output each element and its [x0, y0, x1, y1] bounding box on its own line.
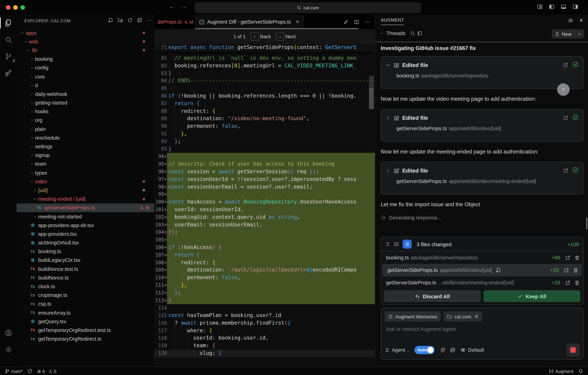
tree-item-reschedule[interactable]: ›reschedule [17, 133, 154, 142]
tree-item-web[interactable]: ›web [17, 37, 154, 46]
collapse-panel-icon[interactable] [385, 242, 390, 246]
context-chip-augment-memories[interactable]: Augment Memories [385, 311, 441, 321]
split-editor-icon[interactable] [354, 19, 359, 24]
activitybar-search[interactable] [0, 31, 17, 48]
tree-item-gettemporaryorgredirect-ts[interactable]: TSgetTemporaryOrgRedirect.ts [17, 334, 154, 343]
threads-dropdown[interactable]: › Threads [379, 30, 422, 36]
refresh-icon[interactable] [127, 18, 133, 23]
tree-item-lib[interactable]: ›lib [17, 46, 154, 55]
mention-icon[interactable]: @ [450, 347, 456, 353]
agent-mode-selector[interactable]: Agent ⌄ [392, 347, 410, 353]
new-file-icon[interactable] [108, 18, 113, 23]
collapse-all-icon[interactable] [137, 18, 142, 23]
tree-item-team[interactable]: ›team [17, 160, 154, 168]
traffic-minimize-button[interactable] [13, 5, 18, 10]
tree-item-buildlegacyctx-tsx[interactable]: buildLegacyCtx.tsx [17, 256, 154, 265]
activitybar-explorer[interactable] [0, 15, 17, 31]
thread-list-icon[interactable] [417, 31, 422, 36]
context-chip-cal-com[interactable]: cal.com✕ [444, 311, 482, 321]
tree-item-ensurearray-ts[interactable]: TSensureArray.ts [17, 308, 154, 317]
edited-file-card[interactable]: Edited file getServerSideProps.tsapps/we… [381, 162, 584, 194]
more-icon[interactable] [147, 18, 152, 23]
tree-item-buildnonce-test-ts[interactable]: TSbuildNonce.test.ts [17, 265, 154, 273]
agent-input-box[interactable]: Augment Memories cal.com✕ Ask or instruc… [381, 308, 584, 360]
traffic-close-button[interactable] [6, 5, 10, 10]
chip-close-icon[interactable]: ✕ [474, 313, 479, 320]
attachment-icon[interactable] [440, 347, 445, 353]
sync-indicator[interactable] [28, 369, 32, 374]
stop-button[interactable] [567, 343, 580, 357]
tree-item-plain[interactable]: ›plain [17, 125, 154, 133]
tree-item-gettemporaryorgredirect-test-ts[interactable]: TSgetTemporaryOrgRedirect.test.ts [17, 326, 154, 334]
toggle-primary-sidebar-icon[interactable] [549, 4, 555, 11]
tree-item-app-providers-app-dir-tsx[interactable]: app-providers-app-dir.tsx [17, 221, 154, 229]
tree-item-meeting-not-started[interactable]: ›meeting-not-started [17, 212, 154, 221]
tree-item-d[interactable]: ›d [17, 81, 154, 90]
editor-scrollbar[interactable] [369, 76, 374, 89]
tree-item-settings[interactable]: ›settings [17, 142, 154, 151]
edited-file-card[interactable]: Edited file getServerSideProps.tsapps/we… [381, 109, 584, 142]
traffic-maximize-button[interactable] [21, 5, 25, 10]
back-arrow-icon[interactable]: ← [169, 3, 175, 10]
tree-item-app-providers-tsx[interactable]: app-providers.tsx [17, 230, 154, 238]
tree-item-org[interactable]: ›org [17, 116, 154, 125]
changed-file-row[interactable]: booking.tspackages/lib/server/repository… [381, 251, 583, 264]
tree-item-buildnonce-ts[interactable]: TSbuildNonce.ts [17, 273, 154, 282]
tree-item-daily-webhook[interactable]: ›daily-webhook [17, 90, 154, 98]
code-editor[interactable]: 71export async function getServerSidePro… [154, 44, 375, 367]
menu-icon[interactable] [568, 17, 574, 24]
problems-indicator[interactable]: ⊗ 6 ⚠ 0 [37, 369, 56, 374]
panel-close-icon[interactable]: ✕ [579, 17, 584, 24]
tab-getserversideprops[interactable]: deProps.ts 4, M [154, 15, 197, 29]
pencil-icon[interactable] [343, 19, 348, 24]
activitybar-settings[interactable] [0, 341, 17, 358]
tree-item--uid-[interactable]: ›[uid] [17, 186, 154, 195]
activitybar-source-control[interactable]: 3 [0, 48, 17, 64]
forward-arrow-icon[interactable]: → [181, 3, 187, 10]
tree-item-getquery-tsx[interactable]: getQuery.tsx [17, 317, 154, 326]
toggle-secondary-sidebar-icon[interactable] [572, 4, 578, 11]
tree-item-asstringornull-tsx[interactable]: asStringOrNull.tsx [17, 238, 154, 247]
tree-item-signup[interactable]: ›signup [17, 151, 154, 160]
tree-item-video[interactable]: ›video [17, 177, 154, 186]
customize-layout-icon[interactable] [537, 4, 543, 11]
tree-item-getting-started[interactable]: ›getting-started [17, 98, 154, 107]
tree-item-clock-ts[interactable]: TSclock.ts [17, 282, 154, 291]
auto-toggle[interactable]: Auto [414, 346, 435, 354]
keep-all-button[interactable]: Keep All [483, 290, 580, 302]
edited-file-card[interactable]: Edited file booking.tspackages/lib/serve… [381, 56, 584, 89]
tree-item-booking-ts[interactable]: TSbooking.ts [17, 247, 154, 256]
tab-close-icon[interactable]: × [296, 19, 299, 25]
tree-item-types[interactable]: ›types [17, 168, 154, 177]
tree-item-hooks[interactable]: ›hooks [17, 107, 154, 116]
address-bar[interactable]: cal.com [195, 2, 421, 13]
model-selector[interactable]: Default [461, 347, 484, 353]
tree-item-cropimage-ts[interactable]: TScropImage.ts [17, 291, 154, 300]
activitybar-extensions[interactable] [0, 64, 17, 81]
panel-scrollbar-thumb[interactable] [586, 218, 588, 229]
diff-view-toggle[interactable] [403, 240, 412, 249]
augment-status-item[interactable]: Augment [548, 368, 573, 374]
tree-item-getserversideprops-ts[interactable]: TSgetServerSideProps.ts 4, M [17, 204, 154, 212]
changed-file-row[interactable]: getServerSideProps.tsapps/web/lib/video/… [382, 264, 582, 276]
diff-next-button[interactable]: ↓Next [276, 32, 295, 41]
tree-item-core[interactable]: ›core [17, 72, 154, 81]
changed-file-row[interactable]: getServerSideProps.ts...eb/lib/video/mee… [381, 276, 583, 289]
activitybar-account[interactable] [0, 324, 17, 341]
tree-item-csp-ts[interactable]: TScsp.ts [17, 300, 154, 308]
diff-back-button[interactable]: ↑Back [251, 32, 271, 41]
tab-augment-diff[interactable]: Augment Diff - getServerSideProps.ts × [195, 15, 304, 29]
editor-scrollbar-thumb[interactable] [369, 88, 374, 109]
thread-search-icon[interactable] [410, 31, 415, 36]
scroll-to-top-button[interactable]: ↑ [557, 83, 570, 96]
tree-item-meeting-ended-uid-[interactable]: ›meeting-ended / [uid] [17, 195, 154, 203]
bell-icon[interactable] [578, 369, 583, 374]
tree-item-config[interactable]: ›config [17, 64, 154, 72]
tree-item-apps[interactable]: ›apps [17, 29, 154, 37]
discard-all-button[interactable]: Discard All [384, 290, 481, 302]
new-folder-icon[interactable] [118, 18, 123, 23]
git-branch-indicator[interactable]: main* [5, 369, 23, 374]
checklist-icon[interactable] [394, 241, 399, 247]
toggle-panel-icon[interactable] [561, 4, 567, 11]
tree-item-booking[interactable]: ›booking [17, 55, 154, 63]
